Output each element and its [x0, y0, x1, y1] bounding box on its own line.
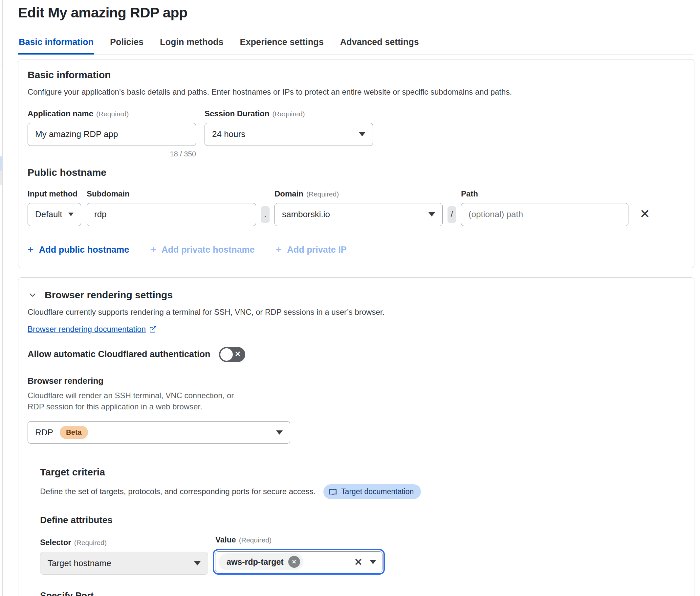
chevron-down-icon — [359, 132, 365, 136]
dot-separator: . — [261, 206, 269, 223]
basic-information-heading: Basic information — [28, 69, 685, 80]
plus-icon — [276, 244, 282, 256]
chip-remove-icon[interactable] — [288, 556, 300, 568]
plus-icon — [150, 244, 156, 256]
input-method-label: Input method — [28, 189, 81, 198]
scroll-fragment — [0, 156, 2, 172]
browser-rendering-select-description: Cloudflare will render an SSH terminal, … — [28, 390, 234, 413]
target-criteria-heading: Target criteria — [40, 467, 685, 478]
target-documentation-button[interactable]: Target documentation — [323, 484, 421, 499]
tab-basic-information[interactable]: Basic information — [18, 36, 94, 54]
main-content: Edit My amazing RDP app Basic informatio… — [0, 0, 700, 596]
chevron-down-icon — [68, 213, 74, 216]
add-private-ip-button[interactable]: Add private IP — [276, 244, 346, 256]
beta-badge: Beta — [60, 426, 88, 439]
value-label: Value(Required) — [215, 535, 385, 544]
chevron-down-icon — [276, 430, 283, 435]
tab-experience-settings[interactable]: Experience settings — [239, 36, 325, 54]
clear-all-icon[interactable] — [354, 556, 362, 568]
tab-login-methods[interactable]: Login methods — [159, 36, 224, 54]
value-multiselect[interactable]: aws-rdp-target — [215, 551, 383, 572]
panel-edge-divider — [2, 0, 3, 596]
browser-rendering-card: Browser rendering settings Cloudflare cu… — [18, 277, 694, 596]
page-title: Edit My amazing RDP app — [18, 5, 695, 21]
panel-edge-tick — [0, 65, 3, 66]
remove-hostname-icon[interactable] — [640, 208, 650, 220]
add-public-hostname-button[interactable]: Add public hostname — [28, 244, 129, 256]
basic-information-description: Configure your application’s basic detai… — [28, 86, 685, 98]
target-criteria-description: Define the set of targets, protocols, an… — [40, 486, 315, 497]
value-chip: aws-rdp-target — [219, 553, 303, 570]
cloudflared-auth-toggle[interactable] — [219, 347, 245, 362]
browser-rendering-doc-link[interactable]: Browser rendering documentation — [28, 325, 157, 334]
session-duration-label: Session Duration(Required) — [205, 109, 373, 118]
define-attributes-heading: Define attributes — [40, 515, 685, 525]
tab-bar: Basic information Policies Login methods… — [18, 36, 694, 54]
input-method-select[interactable]: Default — [28, 203, 81, 226]
cloudflared-auth-label: Allow automatic Cloudflared authenticati… — [28, 349, 210, 359]
slash-separator: / — [447, 206, 456, 223]
browser-rendering-heading: Browser rendering settings — [45, 290, 173, 301]
path-label: Path — [461, 189, 628, 198]
external-link-icon — [149, 325, 157, 333]
domain-select[interactable]: samborski.io — [275, 203, 443, 226]
tab-policies[interactable]: Policies — [109, 36, 144, 54]
chevron-down-icon — [429, 212, 435, 217]
plus-icon — [28, 244, 34, 256]
toggle-off-x-icon — [235, 350, 241, 358]
tab-advanced-settings[interactable]: Advanced settings — [339, 36, 420, 54]
book-icon — [329, 488, 337, 496]
toggle-knob — [220, 348, 233, 361]
value-multiselect-focus-ring: aws-rdp-target — [213, 549, 385, 575]
selector-label: Selector(Required) — [40, 538, 208, 547]
browser-rendering-description: Cloudflare currently supports rendering … — [28, 306, 685, 318]
chevron-down-icon — [370, 560, 376, 564]
add-private-hostname-button[interactable]: Add private hostname — [150, 244, 255, 256]
application-name-label: Application name(Required) — [28, 109, 196, 118]
browser-rendering-select-label: Browser rendering — [28, 376, 685, 386]
domain-label: Domain(Required) — [275, 189, 443, 198]
selector-select[interactable]: Target hostname — [40, 552, 208, 575]
specify-port-heading: Specify Port — [40, 590, 685, 596]
application-name-input[interactable] — [28, 123, 196, 146]
subdomain-input[interactable] — [87, 203, 256, 226]
basic-information-card: Basic information Configure your applica… — [18, 59, 694, 268]
character-counter: 18 / 350 — [28, 150, 196, 158]
panel-edge-tick — [0, 573, 3, 573]
public-hostname-heading: Public hostname — [28, 167, 685, 178]
scroll-fragment — [0, 172, 2, 185]
session-duration-select[interactable]: 24 hours — [205, 123, 373, 146]
collapse-chevron-icon[interactable] — [28, 290, 37, 300]
path-input[interactable] — [461, 203, 628, 226]
chevron-down-icon — [194, 561, 201, 566]
subdomain-label: Subdomain — [87, 189, 256, 198]
rendering-type-select[interactable]: RDP Beta — [28, 421, 290, 444]
